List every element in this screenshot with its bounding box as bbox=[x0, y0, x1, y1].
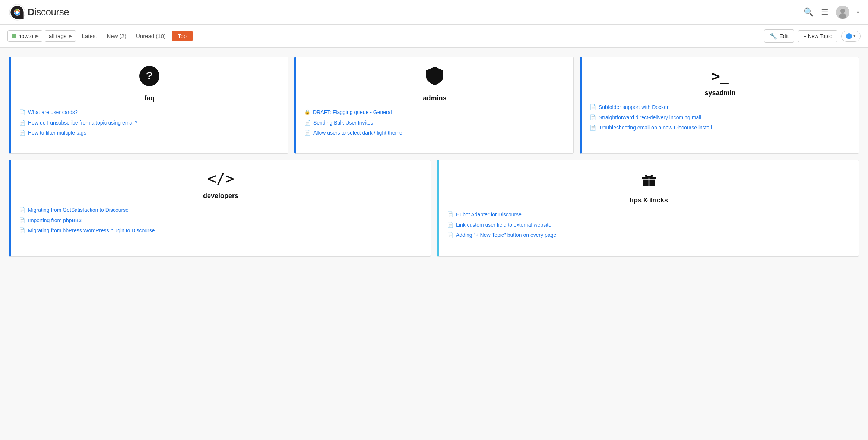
doc-icon: 📄 bbox=[590, 104, 596, 110]
bottom-categories-grid: </> developers 📄 Migrating from GetSatis… bbox=[9, 160, 859, 257]
theme-dropdown-arrow: ▾ bbox=[853, 34, 856, 38]
list-item[interactable]: 📄 Adding "+ New Topic" button on every p… bbox=[447, 232, 850, 239]
list-item[interactable]: 📄 Troubleshooting email on a new Discour… bbox=[590, 124, 850, 132]
main-content: ? faq 📄 What are user cards? 📄 How do I … bbox=[0, 48, 868, 265]
list-item[interactable]: 📄 Hubot Adapter for Discourse bbox=[447, 211, 850, 219]
list-item[interactable]: 📄 Link custom user field to external web… bbox=[447, 221, 850, 229]
topic-link[interactable]: Hubot Adapter for Discourse bbox=[456, 211, 522, 219]
topic-link[interactable]: Straightforward direct-delivery incoming… bbox=[599, 114, 701, 122]
svg-point-2 bbox=[16, 9, 18, 11]
topic-link[interactable]: Allow users to select dark / light theme bbox=[313, 129, 402, 137]
developers-card: </> developers 📄 Migrating from GetSatis… bbox=[9, 160, 431, 257]
list-item[interactable]: 📄 Migrating from GetSatisfaction to Disc… bbox=[19, 207, 422, 214]
svg-point-12 bbox=[648, 176, 650, 178]
topic-link[interactable]: How to filter multiple tags bbox=[28, 129, 86, 137]
doc-icon: 📄 bbox=[19, 227, 25, 233]
list-item[interactable]: 📄 What are user cards? bbox=[19, 109, 280, 116]
topic-link[interactable]: Troubleshooting email on a new Discourse… bbox=[599, 124, 712, 132]
topic-link[interactable]: Migrating from bbPress WordPress plugin … bbox=[28, 227, 155, 235]
svg-point-4 bbox=[840, 9, 845, 13]
list-item[interactable]: 📄 Importing from phpBB3 bbox=[19, 217, 422, 224]
topic-link[interactable]: How do I unsubscribe from a topic using … bbox=[28, 119, 137, 127]
list-item[interactable]: 📄 Allow users to select dark / light the… bbox=[304, 129, 565, 137]
top-categories-grid: ? faq 📄 What are user cards? 📄 How do I … bbox=[9, 57, 859, 154]
lock-icon: 🔒 bbox=[304, 109, 310, 115]
svg-text:?: ? bbox=[146, 69, 153, 82]
hamburger-icon[interactable]: ☰ bbox=[821, 7, 829, 17]
developers-topic-list: 📄 Migrating from GetSatisfaction to Disc… bbox=[19, 207, 422, 235]
nav-filters: howto ▶ all tags ▶ Latest New (2) Unread… bbox=[7, 30, 193, 42]
topic-link[interactable]: Importing from phpBB3 bbox=[28, 217, 82, 224]
topic-link[interactable]: Adding "+ New Topic" button on every pag… bbox=[456, 232, 556, 239]
dropdown-arrow[interactable]: ▾ bbox=[857, 10, 859, 15]
doc-icon: 📄 bbox=[19, 217, 25, 223]
admins-icon bbox=[304, 66, 565, 90]
topic-link[interactable]: What are user cards? bbox=[28, 109, 78, 116]
tags-label: all tags bbox=[49, 33, 67, 39]
tags-chevron-icon: ▶ bbox=[69, 34, 72, 38]
avatar-image bbox=[836, 6, 849, 19]
latest-link[interactable]: Latest bbox=[78, 31, 101, 41]
theme-dot bbox=[846, 33, 852, 39]
topic-link[interactable]: Link custom user field to external websi… bbox=[456, 221, 551, 229]
discourse-logo-icon bbox=[9, 4, 25, 21]
topic-link[interactable]: Sending Bulk User Invites bbox=[313, 119, 373, 127]
faq-topic-list: 📄 What are user cards? 📄 How do I unsubs… bbox=[19, 109, 280, 137]
question-circle-icon: ? bbox=[139, 66, 159, 86]
shield-icon bbox=[425, 66, 444, 86]
edit-button[interactable]: 🔧 Edit bbox=[764, 29, 794, 43]
logo[interactable]: Discourse bbox=[9, 4, 69, 21]
admins-card: admins 🔒 DRAFT: Flagging queue - General… bbox=[294, 57, 574, 154]
topic-link[interactable]: Migrating from GetSatisfaction to Discou… bbox=[28, 207, 129, 214]
faq-card: ? faq 📄 What are user cards? 📄 How do I … bbox=[9, 57, 288, 154]
category-chevron-icon: ▶ bbox=[35, 34, 38, 38]
doc-icon: 📄 bbox=[447, 222, 453, 228]
doc-icon: 📄 bbox=[19, 130, 25, 136]
list-item[interactable]: 📄 Subfolder support with Docker bbox=[590, 104, 850, 111]
category-label: howto bbox=[18, 33, 33, 39]
category-nav: howto ▶ all tags ▶ Latest New (2) Unread… bbox=[0, 25, 868, 48]
tags-filter[interactable]: all tags ▶ bbox=[45, 30, 76, 42]
new-link[interactable]: New (2) bbox=[103, 31, 130, 41]
doc-icon: 📄 bbox=[447, 211, 453, 217]
search-icon[interactable]: 🔍 bbox=[804, 7, 814, 17]
doc-icon: 📄 bbox=[590, 114, 596, 120]
tips-tricks-icon bbox=[447, 169, 850, 192]
list-item[interactable]: 📄 Sending Bulk User Invites bbox=[304, 119, 565, 127]
admins-topic-list: 🔒 DRAFT: Flagging queue - General 📄 Send… bbox=[304, 109, 565, 137]
code-tag-icon: </> bbox=[207, 170, 234, 187]
top-link[interactable]: Top bbox=[172, 31, 193, 41]
list-item[interactable]: 🔒 DRAFT: Flagging queue - General bbox=[304, 109, 565, 116]
topic-link[interactable]: DRAFT: Flagging queue - General bbox=[313, 109, 392, 116]
doc-icon: 📄 bbox=[304, 120, 311, 126]
terminal-icon: >_ bbox=[712, 68, 729, 84]
topic-link[interactable]: Subfolder support with Docker bbox=[599, 104, 669, 111]
site-header: Discourse 🔍 ☰ ▾ bbox=[0, 0, 868, 25]
tips-tricks-title: tips & tricks bbox=[447, 197, 850, 204]
admins-title: admins bbox=[304, 94, 565, 102]
category-filter[interactable]: howto ▶ bbox=[7, 30, 42, 42]
doc-icon: 📄 bbox=[304, 130, 311, 136]
tips-tricks-card: tips & tricks 📄 Hubot Adapter for Discou… bbox=[437, 160, 859, 257]
new-topic-button[interactable]: + New Topic bbox=[798, 30, 837, 42]
list-item[interactable]: 📄 How do I unsubscribe from a topic usin… bbox=[19, 119, 280, 127]
theme-selector[interactable]: ▾ bbox=[841, 31, 861, 42]
svg-point-5 bbox=[839, 13, 846, 19]
doc-icon: 📄 bbox=[447, 232, 453, 238]
doc-icon: 📄 bbox=[19, 109, 25, 115]
gift-icon bbox=[639, 169, 659, 188]
sysadmin-card: >_ sysadmin 📄 Subfolder support with Doc… bbox=[580, 57, 859, 154]
sysadmin-icon: >_ bbox=[590, 66, 850, 85]
doc-icon: 📄 bbox=[19, 120, 25, 126]
list-item[interactable]: 📄 Straightforward direct-delivery incomi… bbox=[590, 114, 850, 122]
nav-actions: 🔧 Edit + New Topic ▾ bbox=[764, 29, 861, 43]
category-color-square bbox=[12, 34, 16, 38]
unread-link[interactable]: Unread (10) bbox=[132, 31, 170, 41]
avatar[interactable] bbox=[836, 6, 849, 19]
sysadmin-title: sysadmin bbox=[590, 89, 850, 97]
sysadmin-topic-list: 📄 Subfolder support with Docker 📄 Straig… bbox=[590, 104, 850, 132]
list-item[interactable]: 📄 How to filter multiple tags bbox=[19, 129, 280, 137]
developers-title: developers bbox=[19, 192, 422, 200]
list-item[interactable]: 📄 Migrating from bbPress WordPress plugi… bbox=[19, 227, 422, 235]
faq-title: faq bbox=[19, 94, 280, 102]
